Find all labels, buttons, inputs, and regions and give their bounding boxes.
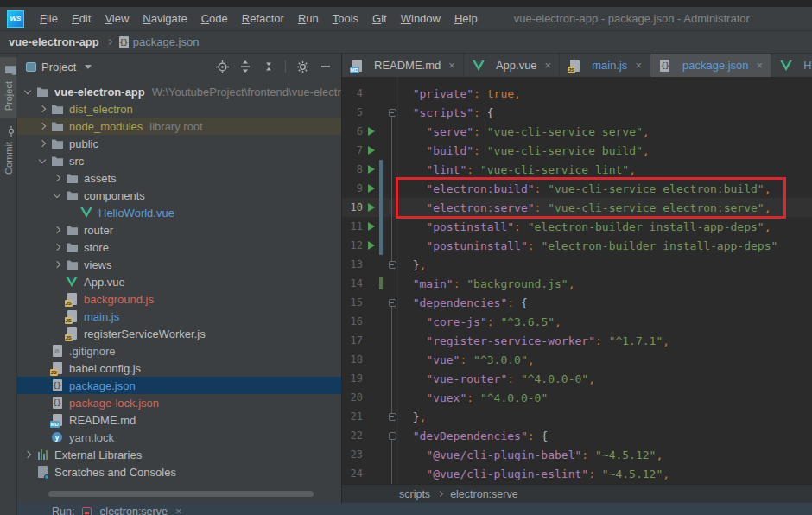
breadcrumb-electron-serve[interactable]: electron:serve (450, 488, 518, 500)
code-line-19[interactable]: 19 "vue-router": "^4.0.0-0", (342, 369, 812, 388)
run-tab-electron-serve[interactable]: electron:serve (99, 503, 168, 515)
code-line-14[interactable]: 14 "main": "background.js", (342, 274, 812, 293)
code-line-18[interactable]: 18 "vue": "^3.0.0", (342, 350, 812, 369)
tree-item-helloworld-vue[interactable]: HelloWorld.vue (17, 204, 341, 221)
editor-tab-readme-md[interactable]: MDREADME.md× (342, 54, 464, 77)
menu-item-navigate[interactable]: Navigate (136, 10, 193, 28)
menu-item-git[interactable]: Git (365, 10, 394, 28)
run-script-icon[interactable] (368, 165, 375, 174)
breadcrumb-file[interactable]: {} package.json (119, 35, 200, 48)
tree-item-assets[interactable]: assets (17, 169, 341, 187)
collapse-all-icon[interactable] (262, 60, 276, 73)
chevron-right-icon[interactable] (54, 226, 60, 233)
code-line-7[interactable]: 7 "build": "vue-cli-service build", (342, 141, 812, 160)
menu-item-tools[interactable]: Tools (326, 10, 365, 28)
horizontal-scrollbar[interactable] (48, 491, 314, 497)
tree-item-views[interactable]: views (17, 256, 341, 273)
tree-item-dist-electron[interactable]: dist_electron (17, 100, 341, 118)
tree-item-store[interactable]: store (17, 238, 341, 256)
run-script-icon[interactable] (368, 146, 375, 155)
chevron-right-icon[interactable] (39, 105, 46, 112)
editor-tab-package-json[interactable]: {}package.json× (650, 54, 771, 77)
tree-item-components[interactable]: components (17, 187, 341, 204)
tree-item-background-js[interactable]: JSbackground.js (17, 290, 341, 308)
editor-tab-app-vue[interactable]: App.vue× (464, 54, 560, 77)
editor-tab-helloworld-vue[interactable]: HelloWorld.vue× (771, 54, 812, 77)
menu-item-file[interactable]: File (33, 10, 65, 28)
tree-item-external-libraries[interactable]: External Libraries (17, 446, 341, 463)
menu-item-run[interactable]: Run (291, 10, 326, 28)
run-script-icon[interactable] (368, 203, 375, 212)
run-script-icon[interactable] (368, 184, 375, 193)
settings-icon[interactable] (295, 60, 309, 73)
close-icon[interactable]: × (757, 59, 764, 72)
expand-all-icon[interactable] (238, 60, 252, 73)
code-line-20[interactable]: 20 "vuex": "^4.0.0-0" (342, 388, 812, 407)
run-script-icon[interactable] (368, 222, 375, 231)
fold-end-icon[interactable]: − (389, 413, 396, 421)
run-script-icon[interactable] (368, 241, 375, 250)
tree-item-babel-config-js[interactable]: JSbabel.config.js (17, 359, 341, 377)
code-line-12[interactable]: 12 "postuninstall": "electron-builder in… (342, 236, 812, 255)
menu-item-code[interactable]: Code (194, 10, 235, 28)
tree-item-public[interactable]: public (17, 135, 341, 152)
tree-item-gitignore[interactable]: ⊘.gitignore (17, 342, 341, 359)
project-view-selector[interactable]: Project (26, 60, 92, 73)
code-line-11[interactable]: 11 "postinstall": "electron-builder inst… (342, 217, 812, 236)
chevron-down-icon[interactable] (54, 190, 60, 197)
fold-open-icon[interactable]: − (389, 299, 396, 307)
chevron-right-icon[interactable] (54, 261, 60, 268)
close-icon[interactable]: × (545, 59, 552, 72)
chevron-down-icon[interactable] (39, 156, 46, 162)
code-line-17[interactable]: 17 "register-service-worker": "^1.7.1", (342, 331, 812, 350)
menu-item-help[interactable]: Help (447, 10, 485, 28)
close-icon[interactable]: × (635, 59, 642, 72)
chevron-right-icon[interactable] (24, 451, 31, 458)
fold-end-icon[interactable]: − (389, 261, 396, 269)
code-line-22[interactable]: 22− "devDependencies": { (342, 426, 812, 445)
tree-item-node-modules[interactable]: node_moduleslibrary root (17, 118, 341, 135)
menu-item-refactor[interactable]: Refactor (235, 10, 291, 28)
chevron-right-icon[interactable] (54, 175, 60, 181)
tree-item-router[interactable]: router (17, 221, 341, 238)
breadcrumb-project[interactable]: vue-electron-app (9, 35, 99, 48)
chevron-down-icon[interactable] (24, 86, 31, 93)
code-editor[interactable]: 4 "private": true,5− "scripts": {6 "serv… (342, 78, 812, 484)
code-line-15[interactable]: 15− "dependencies": { (342, 293, 812, 312)
tree-item-readme-md[interactable]: MDREADME.md (17, 411, 341, 429)
code-line-9[interactable]: 9 "electron:build": "vue-cli-service ele… (342, 179, 812, 198)
code-line-13[interactable]: 13− }, (342, 255, 812, 274)
code-line-4[interactable]: 4 "private": true, (342, 84, 812, 103)
tree-item-scratches-and-consoles[interactable]: Scratches and Consoles (17, 463, 341, 480)
code-line-24[interactable]: 24 "@vue/cli-plugin-eslint": "~4.5.12", (342, 464, 812, 483)
menu-item-window[interactable]: Window (394, 10, 447, 28)
tree-item-package-lock-json[interactable]: {}package-lock.json (17, 394, 341, 411)
tree-item-src[interactable]: src (17, 152, 341, 169)
code-line-6[interactable]: 6 "serve": "vue-cli-service serve", (342, 122, 812, 141)
tree-item-yarn-lock[interactable]: yyarn.lock (17, 429, 341, 446)
locate-icon[interactable] (215, 60, 229, 73)
close-icon[interactable]: × (175, 503, 181, 515)
menu-item-edit[interactable]: Edit (65, 10, 98, 28)
run-script-icon[interactable] (368, 127, 375, 136)
chevron-right-icon[interactable] (39, 140, 46, 147)
menu-item-view[interactable]: View (98, 10, 136, 28)
editor-tab-main-js[interactable]: JSmain.js× (560, 54, 650, 77)
code-line-21[interactable]: 21− }, (342, 407, 812, 426)
code-line-5[interactable]: 5− "scripts": { (342, 103, 812, 122)
fold-open-icon[interactable]: − (389, 432, 396, 440)
stripe-tab-project[interactable]: Project (0, 57, 19, 118)
code-line-16[interactable]: 16 "core-js": "^3.6.5", (342, 312, 812, 331)
tree-item-package-json[interactable]: {}package.json (17, 377, 341, 394)
code-line-10[interactable]: 10 "electron:serve": "vue-cli-service el… (342, 198, 812, 217)
tree-item-registerserviceworker-js[interactable]: JSregisterServiceWorker.js (17, 325, 341, 342)
code-line-8[interactable]: 8 "lint": "vue-cli-service lint", (342, 160, 812, 179)
hide-icon[interactable] (319, 60, 333, 73)
stripe-tab-commit[interactable]: Commit (0, 118, 19, 181)
tree-item-main-js[interactable]: JSmain.js (17, 308, 341, 325)
tree-item-app-vue[interactable]: App.vue (17, 273, 341, 290)
breadcrumb-scripts[interactable]: scripts (399, 488, 430, 500)
code-line-23[interactable]: 23 "@vue/cli-plugin-babel": "~4.5.12", (342, 445, 812, 464)
chevron-right-icon[interactable] (54, 244, 60, 251)
chevron-right-icon[interactable] (39, 123, 46, 130)
